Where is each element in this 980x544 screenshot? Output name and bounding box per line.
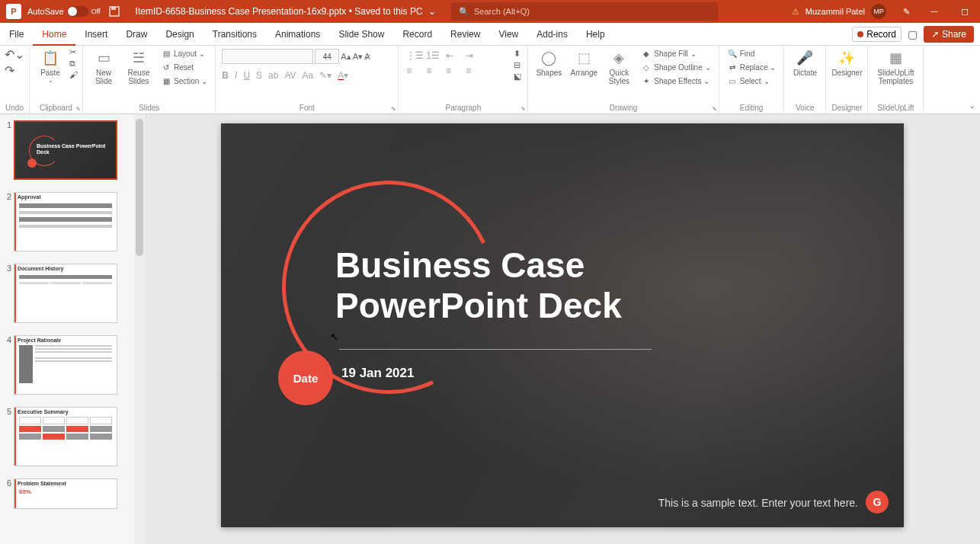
dialog-launcher-icon[interactable]: ⬊ [391, 105, 396, 112]
tab-slideshow[interactable]: Slide Show [329, 23, 393, 46]
slide-canvas-area[interactable]: ↖ Business Case PowerPoint Deck Date 19 … [145, 114, 980, 544]
scrollbar-handle[interactable] [136, 119, 143, 256]
section-button[interactable]: ▦Section ⌄ [158, 75, 210, 87]
cut-icon[interactable]: ✂ [69, 47, 78, 57]
tab-insert[interactable]: Insert [75, 23, 117, 46]
align-left-icon[interactable]: ≡ [406, 66, 418, 76]
numbering-icon[interactable]: 1☰ [426, 50, 438, 61]
tab-addins[interactable]: Add-ins [527, 23, 577, 46]
justify-icon[interactable]: ≡ [466, 66, 478, 76]
tab-design[interactable]: Design [156, 23, 203, 46]
g-badge[interactable]: G [866, 491, 889, 514]
smartart-icon[interactable]: ⬕ [514, 72, 521, 82]
user-avatar[interactable]: MP [871, 4, 886, 19]
thumbnail-preview[interactable]: Business Case PowerPoint Deck [14, 120, 117, 180]
thumbnail-preview[interactable]: Document History [14, 264, 117, 323]
thumbnail-3[interactable]: 3 Document History [0, 258, 145, 329]
format-painter-icon[interactable]: 🖌 [69, 70, 78, 79]
dialog-launcher-icon[interactable]: ⬊ [75, 105, 81, 112]
maximize-button[interactable]: ◻ [950, 0, 980, 23]
file-name[interactable]: ItemID-6658-Business Case Presentation-1… [136, 6, 436, 17]
replace-button[interactable]: ⇄Replace ⌄ [724, 61, 780, 73]
tab-home[interactable]: Home [33, 23, 75, 46]
dictate-button[interactable]: 🎤 Dictate [789, 47, 821, 77]
tab-review[interactable]: Review [441, 23, 489, 46]
font-family-select[interactable] [222, 49, 313, 64]
slideuplift-button[interactable]: ▦ SlideUpLift Templates [873, 47, 918, 85]
paste-button[interactable]: 📋 Paste ⌄ [34, 47, 66, 84]
strike-button[interactable]: S [256, 70, 262, 81]
indent-icon[interactable]: ⇥ [466, 50, 478, 61]
clear-format-icon[interactable]: A̷ [364, 52, 370, 62]
share-button[interactable]: ↗ Share [924, 26, 974, 43]
shadow-button[interactable]: ab [268, 70, 278, 81]
pen-icon[interactable]: ✎ [903, 7, 910, 17]
save-icon[interactable] [108, 5, 120, 18]
case-button[interactable]: Aa [303, 70, 314, 81]
thumbnail-4[interactable]: 4 Project Rationale [0, 329, 145, 401]
sample-text[interactable]: This is a sample text. Enter your text h… [658, 497, 858, 509]
spacing-button[interactable]: AV [284, 70, 296, 81]
highlight-button[interactable]: ✎▾ [319, 70, 331, 81]
bullets-icon[interactable]: ⋮☰ [406, 50, 418, 61]
font-size-select[interactable] [315, 49, 339, 64]
minimize-button[interactable]: ─ [919, 0, 950, 23]
align-center-icon[interactable]: ≡ [426, 66, 438, 76]
reuse-slides-button[interactable]: ☱ Reuse Slides [123, 47, 155, 85]
thumbnail-preview[interactable]: Project Rationale [14, 335, 117, 395]
search-input[interactable]: 🔍 Search (Alt+Q) [451, 2, 718, 21]
thumbnail-2[interactable]: 2 Approval [0, 186, 145, 258]
thumbnail-scrollbar[interactable] [134, 114, 145, 544]
autosave-toggle[interactable]: AutoSave Off [27, 6, 101, 17]
shape-outline-button[interactable]: ◇Shape Outline ⌄ [638, 61, 713, 73]
thumbnail-preview[interactable]: Problem Statement 65% [14, 478, 117, 509]
date-badge[interactable]: Date [278, 350, 333, 405]
tab-draw[interactable]: Draw [117, 23, 156, 46]
tab-file[interactable]: File [0, 23, 33, 46]
bold-button[interactable]: B [222, 70, 229, 81]
user-account[interactable]: ⚠ Muzammil Patel MP [792, 4, 886, 19]
slide-1[interactable]: Business Case PowerPoint Deck Date 19 Ja… [221, 123, 904, 527]
tab-help[interactable]: Help [577, 23, 614, 46]
present-icon[interactable]: ▢ [908, 28, 918, 40]
tab-view[interactable]: View [489, 23, 527, 46]
slide-title[interactable]: Business Case PowerPoint Deck [335, 245, 622, 326]
thumbnail-5[interactable]: 5 Executive Summary [0, 401, 145, 472]
shapes-button[interactable]: ◯ Shapes [533, 47, 565, 77]
italic-button[interactable]: I [235, 70, 237, 81]
arrange-button[interactable]: ⬚ Arrange [568, 47, 600, 77]
copy-icon[interactable]: ⧉ [69, 59, 78, 69]
dialog-launcher-icon[interactable]: ⬊ [520, 105, 526, 112]
increase-font-icon[interactable]: A▴ [341, 52, 351, 62]
font-color-button[interactable]: A▾ [338, 70, 348, 81]
tab-record[interactable]: Record [393, 23, 441, 46]
designer-button[interactable]: ✨ Designer [831, 47, 863, 77]
layout-button[interactable]: ▤Layout ⌄ [158, 47, 210, 59]
thumbnail-6[interactable]: 6 Problem Statement 65% [0, 472, 145, 515]
tab-transitions[interactable]: Transitions [203, 23, 266, 46]
align-right-icon[interactable]: ≡ [446, 66, 458, 76]
new-slide-button[interactable]: ▭ New Slide [88, 47, 120, 85]
dialog-launcher-icon[interactable]: ⬊ [712, 105, 717, 112]
decrease-font-icon[interactable]: A▾ [353, 52, 363, 62]
align-text-icon[interactable]: ⊟ [514, 60, 521, 70]
collapse-ribbon-icon[interactable]: ⌄ [969, 101, 975, 110]
toggle-switch-icon[interactable] [67, 6, 88, 17]
outdent-icon[interactable]: ⇤ [446, 50, 458, 61]
quick-styles-button[interactable]: ◈ Quick Styles [603, 47, 635, 85]
thumbnail-preview[interactable]: Approval [14, 192, 117, 251]
shape-fill-button[interactable]: ◆Shape Fill ⌄ [638, 47, 713, 59]
redo-icon[interactable]: ↷ [5, 63, 24, 78]
select-button[interactable]: ▭Select ⌄ [724, 75, 780, 87]
underline-button[interactable]: U [243, 70, 250, 81]
thumbnail-1[interactable]: 1 Business Case PowerPoint Deck [0, 114, 145, 186]
chevron-down-icon[interactable]: ⌄ [428, 6, 436, 17]
slide-thumbnail-panel[interactable]: 1 Business Case PowerPoint Deck 2 Approv… [0, 114, 145, 544]
date-value[interactable]: 19 Jan 2021 [341, 366, 414, 381]
shape-effects-button[interactable]: ✦Shape Effects ⌄ [638, 75, 713, 87]
undo-icon[interactable]: ↶⌄ [5, 47, 24, 62]
record-button[interactable]: Record [852, 27, 902, 42]
reset-button[interactable]: ↺Reset [158, 61, 210, 73]
find-button[interactable]: 🔍Find [724, 47, 780, 59]
tab-animations[interactable]: Animations [266, 23, 329, 46]
